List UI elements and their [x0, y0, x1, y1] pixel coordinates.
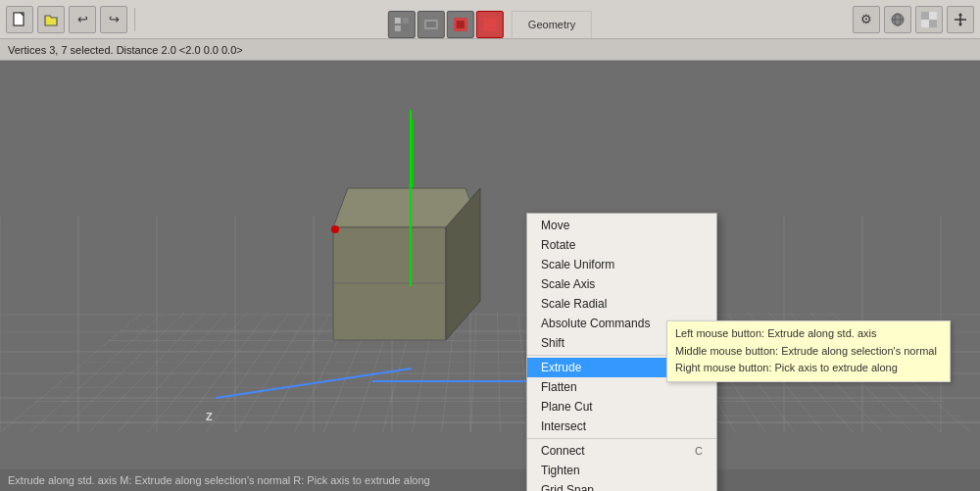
view-mode-3[interactable] — [447, 11, 474, 38]
status-bar: Vertices 3, 7 selected. Distance 2.0 <2.… — [0, 39, 980, 61]
view-sphere-button[interactable] — [884, 6, 911, 33]
y-axis-line — [409, 110, 413, 286]
svg-rect-6 — [426, 22, 436, 27]
svg-point-44 — [331, 225, 339, 233]
settings-button[interactable]: ⚙ — [853, 6, 880, 33]
menu-item-tighten[interactable]: Tighten — [527, 461, 716, 480]
menu-item-scale-uniform[interactable]: Scale Uniform — [527, 255, 716, 274]
svg-rect-14 — [929, 20, 937, 27]
redo-button[interactable]: ↪ — [100, 6, 127, 33]
svg-rect-8 — [457, 21, 465, 28]
view-mode-4[interactable] — [476, 11, 504, 38]
svg-rect-2 — [403, 18, 409, 24]
extrude-tooltip: Left mouse button: Extrude along std. ax… — [666, 320, 951, 382]
view-mode-1[interactable] — [388, 11, 416, 38]
svg-rect-13 — [921, 12, 929, 20]
cube-3d — [294, 159, 510, 374]
tooltip-line1: Left mouse button: Extrude along std. ax… — [675, 325, 942, 343]
tooltip-line2: Middle mouse button: Extrude along selec… — [675, 343, 942, 361]
menu-item-scale-axis[interactable]: Scale Axis — [527, 274, 716, 294]
undo-button[interactable]: ↩ — [69, 6, 96, 33]
transform-button[interactable] — [947, 6, 974, 33]
svg-rect-15 — [929, 12, 937, 20]
svg-rect-4 — [403, 25, 409, 31]
svg-rect-9 — [483, 18, 497, 31]
center-tabs: Geometry — [388, 0, 592, 38]
bottom-bar: Extrude along std. axis M: Extrude along… — [0, 469, 980, 491]
svg-marker-19 — [958, 13, 962, 16]
menu-item-intersect[interactable]: Intersect — [527, 417, 716, 436]
new-button[interactable] — [6, 6, 33, 33]
svg-rect-3 — [395, 25, 401, 31]
menu-sep-2 — [527, 438, 716, 439]
svg-line-47 — [216, 368, 412, 398]
menu-item-scale-radial[interactable]: Scale Radial — [527, 294, 716, 314]
z-axis-line — [216, 359, 412, 408]
menu-item-connect[interactable]: Connect C — [527, 441, 716, 461]
svg-rect-1 — [395, 18, 401, 24]
svg-marker-20 — [958, 24, 962, 26]
menu-item-rotate[interactable]: Rotate — [527, 235, 716, 255]
checkerboard-button[interactable] — [915, 6, 943, 33]
tooltip-line3: Right mouse button: Pick axis to extrude… — [675, 360, 942, 377]
geometry-tab[interactable]: Geometry — [512, 11, 592, 38]
top-right-icons: ⚙ — [853, 6, 974, 33]
menu-item-plane-cut[interactable]: Plane Cut — [527, 397, 716, 417]
menu-item-move[interactable]: Move — [527, 216, 716, 235]
separator1 — [134, 8, 135, 31]
viewport[interactable]: X Z Move Rotate Scale Uniform Scale Axis… — [0, 61, 980, 491]
svg-rect-16 — [921, 20, 929, 27]
menu-item-grid-snap[interactable]: Grid Snap — [527, 480, 716, 491]
bottom-bar-text: Extrude along std. axis M: Extrude along… — [8, 474, 430, 486]
status-text: Vertices 3, 7 selected. Distance 2.0 <2.… — [8, 44, 243, 56]
z-axis-label: Z — [206, 411, 213, 422]
open-button[interactable] — [37, 6, 65, 33]
view-mode-2[interactable] — [417, 11, 445, 38]
top-toolbar: ↩ ↪ — [0, 0, 980, 39]
